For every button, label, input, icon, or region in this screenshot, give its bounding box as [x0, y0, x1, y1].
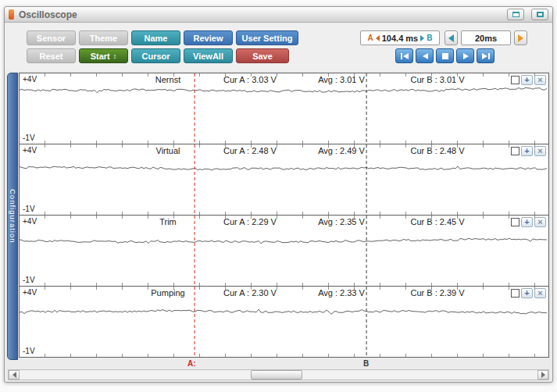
cursor-a-label: A:	[187, 359, 196, 368]
avg-value: Avg : 2.35 V	[295, 217, 388, 226]
oscilloscope-window: Oscilloscope SensorThemeNameReviewUser S…	[4, 6, 553, 383]
configuration-tab-label: Configuration	[9, 189, 17, 244]
y-min-label: -1V	[23, 276, 35, 284]
y-min-label: -1V	[23, 205, 35, 213]
window-title: Oscilloscope	[19, 9, 500, 20]
channel: +4V -1V Virtual Cur A : 2.48 V Avg : 2.4…	[19, 144, 549, 216]
cursor-a-readout-label: A	[368, 34, 373, 42]
configuration-tab[interactable]: Configuration	[7, 73, 18, 360]
cursor-a-value: Cur A : 3.03 V	[199, 75, 301, 84]
scroll-right-button[interactable]	[537, 370, 548, 380]
scroll-left-button[interactable]	[9, 370, 20, 380]
theme-button-label: Theme	[90, 34, 117, 43]
viewall-button-label: ViewAll	[193, 52, 223, 61]
viewall-button[interactable]: ViewAll	[184, 48, 233, 63]
cursor-delta-value: 104.4 ms	[382, 34, 418, 43]
cursor-b-value: Cur B : 2.48 V	[387, 146, 488, 155]
avg-value: Avg : 2.49 V	[295, 146, 388, 155]
channel-move-button[interactable]: +	[521, 146, 533, 156]
avg-value: Avg : 2.33 V	[295, 288, 388, 298]
channel-enable-checkbox[interactable]	[511, 147, 520, 155]
sensor-button-label: Sensor	[37, 34, 66, 43]
channel: +4V -1V Pumping Cur A : 2.30 V Avg : 2.3…	[19, 286, 549, 358]
y-max-label: +4V	[23, 217, 37, 226]
y-max-label: +4V	[23, 146, 37, 155]
cursor-a-value: Cur A : 2.29 V	[199, 217, 301, 226]
window-minimize-button[interactable]	[507, 9, 524, 20]
channel-controls: + ×	[511, 75, 546, 85]
channel-move-button[interactable]: +	[521, 75, 533, 85]
title-bar[interactable]: Oscilloscope	[5, 7, 552, 23]
trace	[20, 238, 547, 244]
name-button-label: Name	[145, 34, 168, 43]
channel-move-button[interactable]: +	[521, 288, 533, 298]
cursor-b-label: B	[363, 359, 369, 368]
user-setting-button[interactable]: User Setting	[236, 30, 298, 45]
channel-controls: + ×	[511, 146, 546, 156]
channel: +4V -1V Nernst Cur A : 3.03 V Avg : 3.01…	[19, 73, 549, 144]
channel-enable-checkbox[interactable]	[511, 76, 520, 84]
channel-close-button[interactable]: ×	[534, 75, 546, 85]
horizontal-scrollbar[interactable]	[8, 369, 549, 380]
cursor-b-value: Cur B : 3.01 V	[387, 75, 488, 84]
cursor-a-value: Cur A : 2.30 V	[199, 288, 301, 298]
channel-controls: + ×	[511, 288, 546, 298]
right-arrow-icon	[518, 34, 523, 42]
channel-name: Virtual	[129, 146, 207, 155]
trace	[20, 87, 547, 92]
review-button-label: Review	[194, 34, 223, 43]
channel-close-button[interactable]: ×	[534, 217, 546, 227]
theme-button[interactable]: Theme	[79, 30, 128, 45]
scroll-right-icon	[541, 372, 545, 378]
reset-button[interactable]: Reset	[27, 48, 76, 63]
start-spinner-icon: ↕	[113, 52, 117, 60]
trace	[20, 309, 547, 314]
skip-start-button[interactable]	[395, 48, 413, 63]
window-maximize-icon	[537, 12, 544, 17]
step-back-button[interactable]	[416, 48, 434, 63]
cursor-b-arrow-icon	[420, 35, 424, 41]
channel: +4V -1V Trim Cur A : 2.29 V Avg : 2.35 V…	[19, 215, 549, 287]
cursor-time-readout: A 104.4 ms B	[360, 30, 440, 45]
start-button[interactable]: Start↕	[79, 48, 128, 63]
timebase-decrease-button[interactable]	[445, 30, 458, 45]
skip-start-icon	[400, 52, 409, 60]
scroll-thumb[interactable]	[251, 370, 302, 380]
stop-icon	[441, 52, 450, 60]
y-max-label: +4V	[23, 288, 37, 297]
cursor-a-value: Cur A : 2.48 V	[199, 146, 301, 155]
user-setting-button-label: User Setting	[242, 34, 293, 43]
toolbar-row-2: ResetStart↕CursorViewAllSave	[27, 48, 289, 63]
y-max-label: +4V	[23, 75, 37, 84]
play-icon	[461, 52, 470, 60]
save-button-label: Save	[252, 52, 273, 61]
cursor-a-arrow-icon	[376, 35, 380, 41]
timebase-select[interactable]: 20ms	[461, 30, 511, 45]
channel-controls: + ×	[511, 217, 546, 227]
play-button[interactable]	[456, 48, 474, 63]
channel-close-button[interactable]: ×	[534, 288, 546, 298]
sensor-button[interactable]: Sensor	[27, 30, 76, 45]
toolbar: SensorThemeNameReviewUser Setting ResetS…	[5, 23, 552, 71]
channel-move-button[interactable]: +	[521, 217, 533, 227]
left-arrow-icon	[448, 34, 454, 42]
timebase-increase-button[interactable]	[514, 30, 527, 45]
name-button[interactable]: Name	[131, 30, 180, 45]
channel-enable-checkbox[interactable]	[511, 218, 520, 226]
cursor-button[interactable]: Cursor	[131, 48, 180, 63]
skip-end-button[interactable]	[477, 48, 495, 63]
cursor-b-value: Cur B : 2.45 V	[387, 217, 488, 226]
cursor-b-value: Cur B : 2.39 V	[387, 288, 488, 298]
stop-button[interactable]	[436, 48, 454, 63]
avg-value: Avg : 3.01 V	[295, 75, 388, 84]
start-button-label: Start	[91, 52, 110, 61]
cursor-label-strip: A: B	[19, 359, 549, 369]
channel-enable-checkbox[interactable]	[511, 289, 520, 298]
save-button[interactable]: Save	[236, 48, 289, 63]
channels: +4V -1V Nernst Cur A : 3.03 V Avg : 3.01…	[19, 73, 549, 358]
playback-controls	[395, 48, 495, 63]
channel-close-button[interactable]: ×	[534, 146, 546, 156]
window-maximize-button[interactable]	[531, 9, 548, 20]
skip-end-icon	[481, 52, 491, 60]
review-button[interactable]: Review	[184, 30, 233, 45]
